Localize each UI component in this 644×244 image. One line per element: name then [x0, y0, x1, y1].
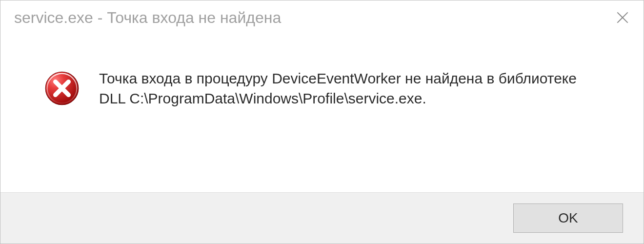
window-title: service.exe - Точка входа не найдена	[14, 9, 281, 27]
titlebar: service.exe - Точка входа не найдена	[0, 0, 644, 35]
button-bar: OK	[0, 192, 644, 244]
close-icon	[615, 10, 630, 25]
error-dialog: service.exe - Точка входа не найдена	[0, 0, 644, 244]
ok-button-label: OK	[558, 210, 578, 226]
error-message: Точка входа в процедуру DeviceEventWorke…	[99, 69, 624, 108]
error-icon	[44, 71, 80, 106]
close-button[interactable]	[610, 5, 635, 30]
ok-button[interactable]: OK	[513, 203, 623, 233]
dialog-content: Точка входа в процедуру DeviceEventWorke…	[0, 35, 644, 192]
